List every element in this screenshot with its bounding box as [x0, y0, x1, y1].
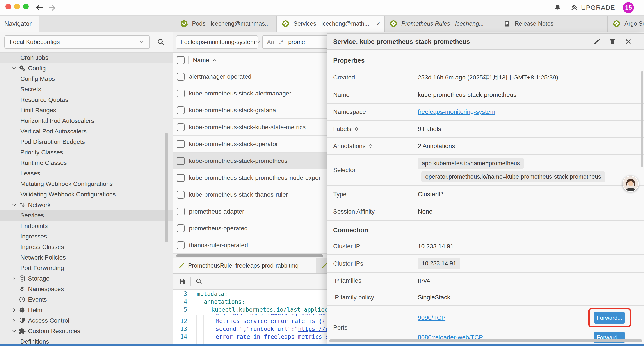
- close-tab-icon[interactable]: ×: [376, 20, 380, 27]
- namespace-select[interactable]: freeleaps-monitoring-system: [176, 35, 258, 49]
- sort-ascending-icon[interactable]: [212, 57, 217, 63]
- editor-tab-prometheusrule[interactable]: PrometheusRule: freeleaps-prod-rabbitmq: [173, 258, 316, 273]
- back-button[interactable]: [35, 3, 44, 12]
- sidebar-item-ingresses[interactable]: Ingresses: [0, 231, 173, 242]
- chevron-spacer: [10, 286, 18, 292]
- tab-services-icecheng-math[interactable]: Services - icecheng@math...×: [277, 16, 385, 31]
- row-checkbox[interactable]: [177, 224, 184, 232]
- column-name-header[interactable]: Name: [193, 57, 209, 64]
- edit-pencil-icon[interactable]: [593, 38, 600, 45]
- sidebar-item-label: Vertical Pod Autoscalers: [20, 128, 86, 135]
- chevron-down-icon[interactable]: [10, 65, 18, 71]
- row-checkbox[interactable]: [177, 191, 184, 199]
- detail-key: IP families: [328, 277, 418, 284]
- detail-row-session-affinity: Session AffinityNone: [328, 203, 644, 221]
- match-case-toggle[interactable]: Aa: [267, 39, 274, 45]
- tab-prometheus-rules-icecheng[interactable]: Prometheus Rules - icecheng...: [385, 16, 498, 31]
- chevron-down-icon[interactable]: [10, 328, 18, 334]
- row-checkbox[interactable]: [177, 174, 184, 182]
- save-icon[interactable]: [178, 278, 186, 285]
- row-checkbox[interactable]: [177, 241, 184, 249]
- sidebar-item-network-policies[interactable]: Network Policies: [0, 252, 173, 263]
- sidebar-item-label: Events: [28, 296, 47, 303]
- sidebar-item-cron-jobs[interactable]: Cron Jobs: [0, 52, 173, 63]
- sidebar-item-pod-disruption-budgets[interactable]: Pod Disruption Budgets: [0, 137, 173, 147]
- row-checkbox[interactable]: [177, 73, 184, 81]
- sidebar-item-label: Mutating Webhook Configurations: [20, 180, 113, 187]
- sidebar-item-definitions[interactable]: Definitions: [0, 336, 173, 344]
- notifications-bell-icon[interactable]: [554, 3, 562, 12]
- navigator-panel: Local Kubeconfigs Cron JobsConfigConfig …: [0, 32, 173, 344]
- notification-count-badge[interactable]: 15: [623, 2, 634, 13]
- forward-button[interactable]: [48, 3, 56, 12]
- tab-navigator[interactable]: Navigator: [0, 16, 40, 31]
- details-horizontal-scrollbar[interactable]: [329, 340, 642, 342]
- kubernetes-icon: [282, 20, 290, 27]
- row-checkbox[interactable]: [177, 123, 184, 131]
- sidebar-item-access-control[interactable]: Access Control: [0, 315, 173, 326]
- sidebar-item-config-maps[interactable]: Config Maps: [0, 74, 173, 84]
- sidebar-item-helm[interactable]: Helm: [0, 305, 173, 315]
- row-checkbox[interactable]: [177, 90, 184, 97]
- detail-row-selector: Selectorapp.kubernetes.io/name=prometheu…: [328, 155, 644, 186]
- sidebar-item-endpoints[interactable]: Endpoints: [0, 221, 173, 231]
- select-all-checkbox[interactable]: [177, 56, 184, 64]
- sidebar-item-network[interactable]: Network: [0, 200, 173, 210]
- close-window-button[interactable]: [6, 4, 11, 9]
- forward-button[interactable]: Forward...: [594, 312, 625, 324]
- upgrade-button[interactable]: UPGRADE: [570, 3, 615, 12]
- sidebar-item-ingress-classes[interactable]: Ingress Classes: [0, 242, 173, 252]
- regex-toggle[interactable]: .*: [279, 38, 284, 46]
- sidebar-item-label: Custom Resources: [28, 328, 80, 335]
- detail-row-type: TypeClusterIP: [328, 186, 644, 203]
- service-name: prometheus-adapter: [189, 208, 244, 215]
- tab-release-notes[interactable]: Release Notes: [498, 16, 608, 31]
- chevron-right-icon[interactable]: [10, 276, 18, 281]
- sidebar-item-namespaces[interactable]: Namespaces: [0, 284, 173, 294]
- sidebar-item-leases[interactable]: Leases: [0, 168, 173, 179]
- sidebar-item-events[interactable]: Events: [0, 294, 173, 305]
- port-link[interactable]: 9090/TCP: [418, 314, 446, 321]
- sidebar-item-services[interactable]: Services: [0, 210, 173, 221]
- sidebar-item-runtime-classes[interactable]: Runtime Classes: [0, 158, 173, 168]
- row-checkbox[interactable]: [177, 106, 184, 114]
- row-checkbox[interactable]: [177, 157, 184, 165]
- line-number: 12: [173, 317, 187, 325]
- details-vertical-scrollbar[interactable]: [641, 71, 643, 167]
- sidebar-item-custom-resources[interactable]: Custom Resources: [0, 326, 173, 336]
- sidebar-item-storage[interactable]: Storage: [0, 273, 173, 284]
- sidebar-scrollbar[interactable]: [165, 133, 168, 242]
- tab-argo-se[interactable]: Argo Se: [608, 16, 644, 31]
- table-horizontal-scrollbar[interactable]: [176, 255, 323, 257]
- row-checkbox[interactable]: [177, 140, 184, 148]
- search-icon[interactable]: [156, 38, 165, 46]
- sortud-icon: [368, 143, 373, 149]
- close-icon[interactable]: [624, 38, 632, 45]
- gears-icon: [18, 65, 26, 72]
- sidebar-item-mutating-webhook-configurations[interactable]: Mutating Webhook Configurations: [0, 179, 173, 189]
- sidebar-item-validating-webhook-configurations[interactable]: Validating Webhook Configurations: [0, 189, 173, 200]
- kubeconfig-select[interactable]: Local Kubeconfigs: [4, 35, 150, 49]
- delete-trash-icon[interactable]: [608, 38, 616, 45]
- sidebar-item-port-forwarding[interactable]: Port Forwarding: [0, 263, 173, 273]
- sidebar-item-limit-ranges[interactable]: Limit Ranges: [0, 105, 173, 116]
- sidebar-item-horizontal-pod-autoscalers[interactable]: Horizontal Pod Autoscalers: [0, 116, 173, 126]
- chevron-down-icon[interactable]: [10, 202, 18, 208]
- detail-key: Name: [328, 91, 418, 98]
- sidebar-item-vertical-pod-autoscalers[interactable]: Vertical Pod Autoscalers: [0, 126, 173, 137]
- sidebar-item-resource-quotas[interactable]: Resource Quotas: [0, 95, 173, 105]
- chevron-right-icon[interactable]: [10, 318, 18, 324]
- tab-label: Services - icecheng@math...: [294, 20, 369, 27]
- sidebar-item-priority-classes[interactable]: Priority Classes: [0, 147, 173, 158]
- tab-pods-icecheng-mathmas[interactable]: Pods - icecheng@mathmas...: [175, 16, 277, 31]
- sidebar-item-secrets[interactable]: Secrets: [0, 84, 173, 95]
- zoom-window-button[interactable]: [23, 4, 29, 9]
- navigator-header: Local Kubeconfigs: [0, 32, 173, 52]
- row-checkbox[interactable]: [177, 208, 184, 216]
- namespace-link[interactable]: freeleaps-monitoring-system: [418, 108, 495, 115]
- sidebar-item-config[interactable]: Config: [0, 63, 173, 74]
- user-avatar[interactable]: [622, 176, 639, 192]
- editor-search-icon[interactable]: [195, 278, 203, 285]
- minimize-window-button[interactable]: [14, 4, 20, 9]
- chevron-right-icon[interactable]: [10, 307, 18, 313]
